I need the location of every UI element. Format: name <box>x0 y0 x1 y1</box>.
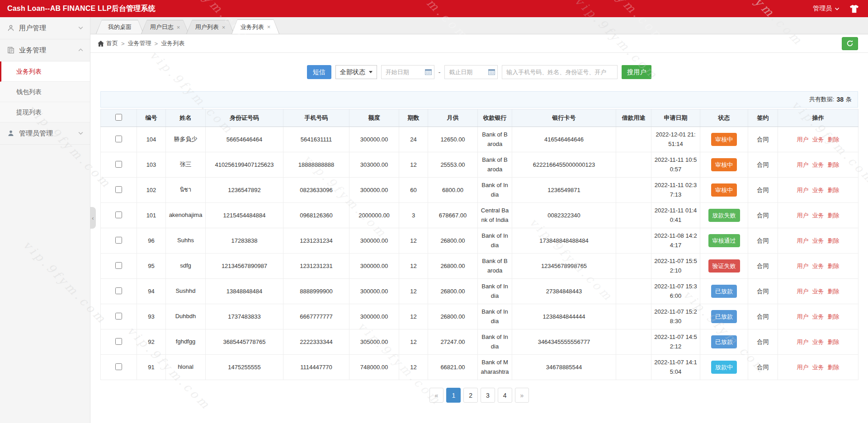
cell-apply-date: 2022-11-07 14:52:12 <box>651 329 700 355</box>
action-user-link[interactable]: 用户 <box>797 161 809 168</box>
contract-link[interactable]: 合同 <box>757 364 769 371</box>
action-business-link[interactable]: 业务 <box>812 288 824 295</box>
action-user-link[interactable]: 用户 <box>797 187 809 193</box>
action-user-link[interactable]: 用户 <box>797 263 809 269</box>
row-checkbox[interactable] <box>115 186 122 193</box>
status-badge[interactable]: 已放款 <box>711 310 737 323</box>
action-delete-link[interactable]: 删除 <box>828 161 840 168</box>
page-prev-button[interactable]: « <box>429 388 444 403</box>
action-business-link[interactable]: 业务 <box>812 187 824 193</box>
tab-business-list[interactable]: 业务列表× <box>231 19 279 34</box>
row-checkbox[interactable] <box>115 161 122 168</box>
action-delete-link[interactable]: 删除 <box>828 288 840 295</box>
cell-phone: 1114447770 <box>283 355 349 380</box>
page-button-3[interactable]: 3 <box>481 388 495 403</box>
row-checkbox[interactable] <box>115 136 122 142</box>
row-checkbox[interactable] <box>115 262 122 269</box>
contract-link[interactable]: 合同 <box>757 338 769 345</box>
status-badge[interactable]: 已放款 <box>711 285 737 298</box>
action-delete-link[interactable]: 删除 <box>828 212 840 219</box>
action-delete-link[interactable]: 删除 <box>828 364 840 371</box>
action-user-link[interactable]: 用户 <box>797 136 809 143</box>
cell-phone: 6667777777 <box>283 304 349 329</box>
status-badge[interactable]: 审核中 <box>711 183 737 197</box>
status-select[interactable]: 全部状态 <box>335 65 377 79</box>
calendar-icon[interactable] <box>425 69 432 75</box>
action-business-link[interactable]: 业务 <box>812 338 824 345</box>
action-business-link[interactable]: 业务 <box>812 136 824 143</box>
row-checkbox[interactable] <box>115 313 122 320</box>
action-delete-link[interactable]: 删除 <box>828 263 840 269</box>
action-delete-link[interactable]: 删除 <box>828 313 840 320</box>
action-business-link[interactable]: 业务 <box>812 263 824 269</box>
search-user-button[interactable]: 搜用户 <box>622 65 651 79</box>
status-badge[interactable]: 审核中 <box>711 133 737 146</box>
search-input[interactable] <box>502 65 618 79</box>
close-icon[interactable]: × <box>222 24 226 30</box>
sidebar-item-wallet-list[interactable]: 钱包列表 <box>0 82 90 102</box>
row-checkbox[interactable] <box>115 287 122 294</box>
contract-link[interactable]: 合同 <box>757 313 769 320</box>
status-badge[interactable]: 审核通过 <box>708 234 740 247</box>
page-button-1[interactable]: 1 <box>446 388 461 403</box>
contract-link[interactable]: 合同 <box>757 161 769 168</box>
sidebar-item-business-management[interactable]: 业务管理 <box>0 39 90 61</box>
action-business-link[interactable]: 业务 <box>812 161 824 168</box>
action-delete-link[interactable]: 删除 <box>828 136 840 143</box>
user-menu[interactable]: 管理员 <box>813 5 840 13</box>
table-row: 101akenohajima12154544848840968126360200… <box>101 203 859 228</box>
action-user-link[interactable]: 用户 <box>797 338 809 345</box>
tab-my-desktop[interactable]: 我的桌面 <box>96 20 144 34</box>
breadcrumb-home[interactable]: 首页 <box>98 39 118 47</box>
action-business-link[interactable]: 业务 <box>812 364 824 371</box>
cell-monthly-payment: 678667.00 <box>428 203 478 228</box>
cell-card-number: 1236549871 <box>512 178 616 203</box>
action-delete-link[interactable]: 删除 <box>828 237 840 244</box>
sidebar-item-withdraw-list[interactable]: 提现列表 <box>0 102 90 122</box>
sidebar-item-business-list[interactable]: 业务列表 <box>0 61 90 82</box>
action-user-link[interactable]: 用户 <box>797 313 809 320</box>
tab-user-list[interactable]: 用户列表× <box>186 20 234 34</box>
breadcrumb-item[interactable]: 业务列表 <box>161 39 184 47</box>
status-badge[interactable]: 放款失败 <box>708 209 740 222</box>
contract-link[interactable]: 合同 <box>757 263 769 269</box>
calendar-icon[interactable] <box>488 69 495 75</box>
action-business-link[interactable]: 业务 <box>812 237 824 244</box>
row-checkbox[interactable] <box>115 338 122 345</box>
action-user-link[interactable]: 用户 <box>797 212 809 219</box>
action-user-link[interactable]: 用户 <box>797 237 809 244</box>
sms-button[interactable]: 短信 <box>307 65 331 79</box>
contract-link[interactable]: 合同 <box>757 212 769 219</box>
theme-tshirt-icon[interactable] <box>849 5 859 13</box>
sidebar-item-admin-management[interactable]: 管理员管理 <box>0 122 90 145</box>
tab-user-log[interactable]: 用户日志× <box>141 20 189 34</box>
close-icon[interactable]: × <box>177 24 180 30</box>
row-checkbox[interactable] <box>115 237 122 244</box>
contract-link[interactable]: 合同 <box>757 187 769 193</box>
action-user-link[interactable]: 用户 <box>797 288 809 295</box>
action-delete-link[interactable]: 删除 <box>828 338 840 345</box>
status-badge[interactable]: 已放款 <box>711 335 737 348</box>
action-business-link[interactable]: 业务 <box>812 212 824 219</box>
page-next-button[interactable]: » <box>515 388 529 403</box>
action-business-link[interactable]: 业务 <box>812 313 824 320</box>
contract-link[interactable]: 合同 <box>757 136 769 143</box>
action-delete-link[interactable]: 删除 <box>828 187 840 193</box>
row-checkbox[interactable] <box>115 212 122 218</box>
row-checkbox[interactable] <box>115 363 122 370</box>
page-button-2[interactable]: 2 <box>463 388 478 403</box>
status-badge[interactable]: 验证失败 <box>708 259 740 273</box>
select-all-checkbox[interactable] <box>115 114 122 121</box>
person-outline-icon <box>7 24 14 32</box>
page-button-4[interactable]: 4 <box>498 388 512 403</box>
close-icon[interactable]: × <box>267 24 271 30</box>
status-badge[interactable]: 放款中 <box>711 361 737 374</box>
contract-link[interactable]: 合同 <box>757 237 769 244</box>
refresh-button[interactable] <box>842 37 858 50</box>
contract-link[interactable]: 合同 <box>757 288 769 295</box>
sidebar-item-user-management[interactable]: 用户管理 <box>0 17 90 39</box>
action-user-link[interactable]: 用户 <box>797 364 809 371</box>
sidebar-collapse-handle[interactable]: ‹ <box>90 207 96 229</box>
status-badge[interactable]: 审核中 <box>711 158 737 171</box>
breadcrumb-item[interactable]: 业务管理 <box>128 39 151 47</box>
